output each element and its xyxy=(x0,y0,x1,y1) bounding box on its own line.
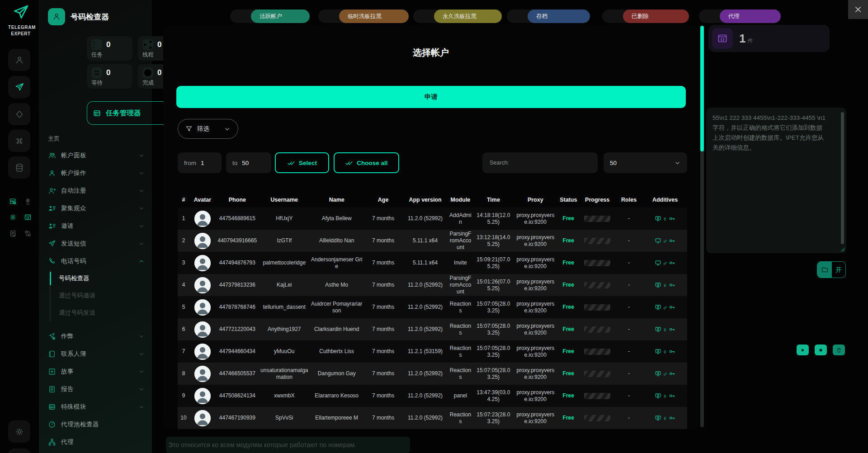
play-icon xyxy=(800,347,806,353)
resize-handle-icon[interactable] xyxy=(839,246,845,252)
rail-item-database[interactable] xyxy=(8,156,30,179)
webcam-icon[interactable] xyxy=(24,198,32,205)
cheat-icon xyxy=(48,332,56,340)
close-button[interactable] xyxy=(848,0,868,19)
sidebar-item[interactable]: 帐户操作 xyxy=(39,164,152,182)
sidebar-item-label: 故事 xyxy=(61,368,133,376)
tab-group: 活跃帐户 xyxy=(251,9,310,23)
stat-label: 任务 xyxy=(91,51,128,59)
sidebar-item[interactable]: 发送短信 xyxy=(39,235,152,252)
avatar xyxy=(194,388,211,404)
table-row[interactable]: 10447467190939SpVvSiEllartemporeee M7 mo… xyxy=(178,407,687,429)
filter-dropdown[interactable]: 筛选 xyxy=(178,119,238,139)
cell-roles: - xyxy=(615,304,643,311)
sidebar-item[interactable]: 邀请 xyxy=(39,217,152,235)
page-size-select[interactable]: 50 xyxy=(604,152,687,173)
tab-6[interactable]: 代理 xyxy=(720,9,781,23)
range-from-input[interactable]: from 1 xyxy=(178,152,222,173)
rail-item-premium[interactable] xyxy=(8,103,30,125)
stop-button[interactable] xyxy=(815,344,827,355)
sidebar-item[interactable]: 作弊 xyxy=(39,327,152,345)
column-header: Module xyxy=(448,197,473,204)
table-row[interactable]: 9447508624134xwxmbXElararraro Kesoso7 mo… xyxy=(178,385,687,407)
rail-item-sender[interactable] xyxy=(8,76,30,98)
cell-progress xyxy=(580,216,615,222)
tab-2[interactable]: 临时洗板拉黑 xyxy=(339,9,409,23)
key-icon xyxy=(669,326,675,333)
rail-item-extra[interactable] xyxy=(8,448,30,453)
code-window-icon[interactable] xyxy=(24,213,32,221)
table-row[interactable]: 3447494876793palmettocoleridgeAndersonja… xyxy=(178,252,687,274)
sidebar-item[interactable]: 联系人簿 xyxy=(39,345,152,363)
cell-age: 7 months xyxy=(364,260,403,266)
sidebar-item[interactable]: 特殊模块 xyxy=(39,398,152,415)
table-row[interactable]: 6447721220043Anything1927Clarksardin Hue… xyxy=(178,318,687,340)
numbers-textarea[interactable]: 55\n1 222 333 4455\n1-222-333-4455 \n1字符… xyxy=(706,108,846,253)
cell-additives: ♀ xyxy=(643,348,687,355)
user-plus-icon xyxy=(48,187,56,195)
command-icon xyxy=(14,136,24,146)
proxy-card-icon xyxy=(712,28,733,49)
apply-button[interactable]: 申请 xyxy=(176,86,686,108)
female-icon: ♀ xyxy=(663,326,668,333)
sidebar-item-label: 帐户面板 xyxy=(61,151,133,160)
female-icon: ♀ xyxy=(663,282,668,288)
sidebar-item[interactable]: 故事 xyxy=(39,363,152,380)
tab-3[interactable]: 永久洗板拉黑 xyxy=(434,9,502,23)
choose-all-button[interactable]: Choose all xyxy=(334,152,399,173)
cell-phone: 447508624134 xyxy=(216,392,259,399)
sidebar-item[interactable]: 代理 xyxy=(39,433,152,451)
monitor-x-icon xyxy=(655,392,661,399)
tab-group: 已删除 xyxy=(623,9,689,23)
modal-scrollbar-thumb[interactable] xyxy=(700,26,704,151)
server-check-icon[interactable] xyxy=(9,198,17,205)
folder-button[interactable] xyxy=(817,262,832,278)
rail-item-accounts[interactable] xyxy=(8,49,30,71)
table-row[interactable]: 5447878768746tellurium_dassentAuidrcer P… xyxy=(178,296,687,318)
table-row[interactable]: 8447466505537unsaturationamalgamationDan… xyxy=(178,363,687,385)
submenu-item[interactable]: 通过号码邀请 xyxy=(51,287,152,304)
cell-roles: - xyxy=(615,348,643,355)
chevron-down-icon xyxy=(138,188,145,194)
sidebar-item[interactable]: 电话号码 xyxy=(39,252,152,270)
sidebar-item[interactable]: 自动注册 xyxy=(39,182,152,199)
cell-num: 6 xyxy=(178,326,189,333)
delete-button[interactable] xyxy=(833,344,845,355)
cell-time: 15:07:05(28.03.25) xyxy=(473,367,514,381)
tab-5[interactable]: 已删除 xyxy=(623,9,689,23)
notes-icon[interactable] xyxy=(9,230,17,237)
close-icon xyxy=(854,5,862,14)
table-row[interactable]: 7447944660434yMuuOuCuthbertx Liss7 month… xyxy=(178,340,687,363)
progress-bar xyxy=(584,260,610,266)
table-row[interactable]: 4447379813236KajLeiAsthe Mo7 months11.2.… xyxy=(178,274,687,296)
sidebar-item[interactable]: 报告 xyxy=(39,380,152,398)
done-icon xyxy=(142,67,153,78)
table-row[interactable]: 24407943916665IzGTIfAlllelddIto Nan7 mon… xyxy=(178,230,687,252)
submenu-item[interactable]: 号码检查器 xyxy=(51,270,152,287)
select-button[interactable]: Select xyxy=(275,152,329,173)
open-button[interactable]: 开 xyxy=(832,262,845,278)
cell-roles: - xyxy=(615,326,643,333)
cell-username: KajLei xyxy=(259,282,310,288)
rail-item-settings[interactable] xyxy=(8,420,30,443)
gear-icon[interactable] xyxy=(9,213,17,221)
sidebar-item[interactable]: 聚集观众 xyxy=(39,199,152,217)
cell-progress xyxy=(580,349,615,355)
male-icon: ♂ xyxy=(663,371,668,377)
swap-icon[interactable] xyxy=(24,230,32,237)
cell-module: Invite xyxy=(448,260,473,266)
submenu: 号码检查器通过号码邀请通过号码发送 xyxy=(50,270,152,321)
range-to-input[interactable]: to 50 xyxy=(226,152,271,173)
search-input[interactable] xyxy=(489,159,591,166)
table-row[interactable]: 1447546889615HfUxjYAfyta Bellew7 months1… xyxy=(178,208,687,230)
rail-item-commands[interactable] xyxy=(8,130,30,152)
sidebar-item[interactable]: 帐户面板 xyxy=(39,146,152,164)
sidebar-item-label: 聚集观众 xyxy=(61,204,133,212)
cell-name: AlllelddIto Nan xyxy=(310,237,364,244)
tab-1[interactable]: 活跃帐户 xyxy=(251,9,310,23)
start-button[interactable] xyxy=(797,344,809,355)
tab-4[interactable]: 存档 xyxy=(528,9,590,23)
textarea-scrollbar[interactable] xyxy=(841,112,844,244)
sidebar-item[interactable]: 代理池检查器 xyxy=(39,415,152,433)
submenu-item[interactable]: 通过号码发送 xyxy=(51,304,152,321)
